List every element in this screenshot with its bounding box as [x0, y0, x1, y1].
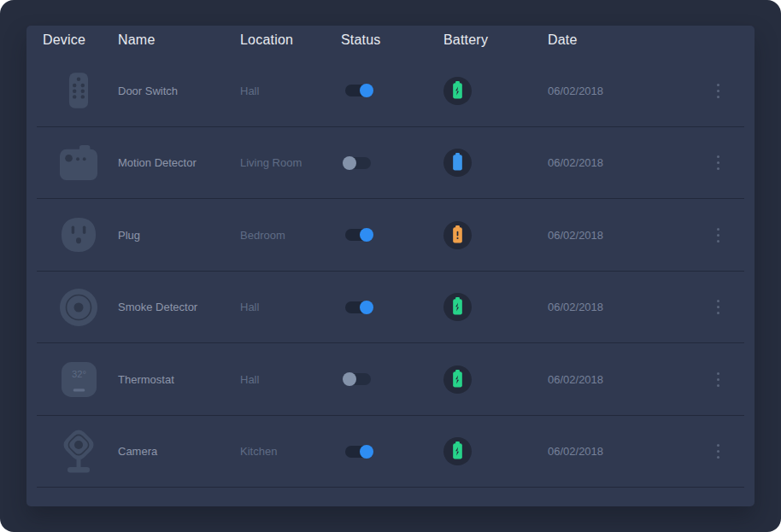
column-header-battery: Battery: [443, 32, 548, 48]
row-menu-button[interactable]: [709, 223, 726, 247]
device-location: Hall: [240, 373, 341, 386]
device-date: 06/02/2018: [548, 445, 697, 458]
device-name: Smoke Detector: [118, 301, 240, 313]
svg-text:32°: 32°: [71, 368, 85, 378]
device-location: Hall: [240, 85, 341, 97]
battery-low-icon: [443, 221, 472, 249]
table-header-row: Device Name Location Status Battery Date: [26, 26, 755, 55]
status-toggle[interactable]: [345, 373, 371, 385]
plug-icon: [58, 216, 99, 254]
smoke-detector-icon: [58, 288, 99, 327]
device-name: Camera: [118, 445, 240, 458]
row-menu-button[interactable]: [709, 79, 726, 102]
device-location: Kitchen: [240, 445, 341, 458]
device-date: 06/02/2018: [548, 301, 697, 313]
status-toggle[interactable]: [345, 301, 371, 313]
battery-charging-icon: [443, 365, 472, 394]
device-date: 06/02/2018: [548, 85, 697, 97]
column-header-date: Date: [548, 32, 697, 48]
device-name: Door Switch: [118, 85, 240, 97]
app-window: Device Name Location Status Battery Date…: [0, 0, 781, 532]
device-date: 06/02/2018: [548, 229, 697, 242]
device-location: Hall: [240, 301, 341, 313]
camera-icon: [58, 427, 99, 476]
device-date: 06/02/2018: [548, 373, 697, 386]
device-name: Motion Detector: [118, 156, 240, 169]
status-toggle[interactable]: [345, 157, 371, 169]
row-menu-button[interactable]: [709, 151, 726, 175]
row-menu-button[interactable]: [709, 440, 726, 464]
table-row: Smoke Detector Hall 06/02/2018: [26, 272, 755, 344]
remote-icon: [58, 65, 99, 116]
row-menu-button[interactable]: [709, 367, 726, 391]
status-toggle[interactable]: [345, 446, 371, 458]
column-header-status: Status: [341, 32, 443, 48]
column-header-location: Location: [240, 32, 341, 48]
table-body: Door Switch Hall 06/02/2018 Motion Detec…: [26, 55, 755, 488]
table-row: Motion Detector Living Room 06/02/2018: [26, 127, 755, 200]
device-name: Plug: [118, 229, 240, 242]
battery-charging-icon: [443, 293, 472, 321]
status-toggle[interactable]: [345, 229, 371, 241]
status-toggle[interactable]: [345, 85, 371, 96]
table-row: Camera Kitchen 06/02/2018: [26, 416, 755, 488]
table-row: Plug Bedroom 06/02/2018: [26, 199, 755, 272]
battery-charging-icon: [443, 77, 472, 105]
column-header-device: Device: [43, 32, 118, 48]
column-header-name: Name: [118, 32, 240, 48]
device-date: 06/02/2018: [548, 156, 697, 169]
device-location: Living Room: [240, 156, 341, 169]
motion-detector-icon: [58, 144, 99, 182]
battery-charging-icon: [443, 437, 472, 465]
device-location: Bedroom: [240, 229, 341, 242]
table-row: Door Switch Hall 06/02/2018: [26, 55, 755, 127]
device-table-panel: Device Name Location Status Battery Date…: [26, 26, 755, 506]
table-row: 32° Thermostat Hall 06/02/2018: [26, 343, 755, 416]
thermostat-icon: 32°: [58, 360, 99, 399]
row-menu-button[interactable]: [709, 295, 726, 319]
device-name: Thermostat: [118, 373, 240, 386]
battery-full-icon: [443, 149, 472, 177]
